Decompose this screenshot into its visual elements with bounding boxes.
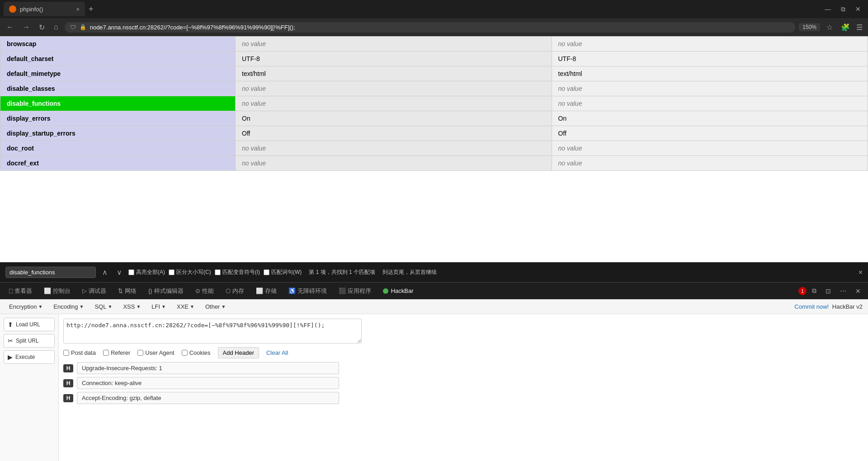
cookies-option[interactable]: Cookies — [182, 349, 211, 356]
devtools-tab-style[interactable]: {} 样式编辑器 — [143, 285, 189, 297]
header-badge: H — [63, 394, 73, 402]
devtools-tab-accessibility[interactable]: ♿ 无障碍环境 — [283, 285, 332, 297]
inspector-label: 查看器 — [14, 287, 32, 295]
devtools-tab-apps[interactable]: ⬛ 应用程序 — [333, 285, 377, 297]
match-case-checkbox[interactable] — [169, 269, 175, 275]
phpinfo-local-value: no value — [236, 81, 552, 96]
tab-close-btn[interactable]: × — [76, 6, 80, 13]
nav-back-button[interactable]: ← — [4, 21, 16, 33]
hackbar-tab[interactable]: HackBar — [377, 286, 419, 296]
devtools-dock-btn[interactable]: ⊡ — [822, 286, 835, 296]
other-label: Other — [205, 303, 220, 310]
devtools-tab-memory[interactable]: ⬡ 内存 — [220, 285, 250, 297]
xss-menu[interactable]: XSS ▼ — [119, 301, 144, 312]
devtools-more-btn[interactable]: ⋯ — [836, 286, 850, 296]
highlight-all-checkbox[interactable] — [128, 269, 134, 275]
debugger-label: 调试器 — [89, 287, 106, 295]
lfi-menu[interactable]: LFI ▼ — [148, 301, 170, 312]
find-next-button[interactable]: ∨ — [114, 267, 125, 278]
error-count-badge: 1 — [798, 287, 807, 295]
phpinfo-key: disable_functions — [0, 96, 236, 111]
memory-label: 内存 — [232, 287, 244, 295]
split-url-button[interactable]: ✂ Split URL — [4, 334, 55, 348]
address-input[interactable] — [90, 24, 790, 31]
match-diacritics-label: 匹配变音符号(I) — [222, 268, 260, 276]
phpinfo-master-value: On — [552, 111, 868, 126]
browser-restore[interactable]: ⧉ — [837, 4, 849, 15]
bookmark-button[interactable]: ☆ — [824, 21, 835, 33]
user-agent-option[interactable]: User Agent — [137, 349, 174, 356]
match-case-option[interactable]: 区分大小写(C) — [169, 268, 211, 276]
devtools-columns-btn[interactable]: ⧉ — [808, 285, 820, 296]
post-data-option[interactable]: Post data — [63, 349, 96, 356]
find-prev-button[interactable]: ∧ — [99, 267, 110, 278]
devtools-tab-performance[interactable]: ⊙ 性能 — [190, 285, 219, 297]
highlight-all-option[interactable]: 高亮全部(A) — [128, 268, 165, 276]
phpinfo-table: browscapno valueno valuedefault_charsetU… — [0, 36, 868, 171]
encoding-label: Encoding — [53, 303, 78, 310]
xxe-menu[interactable]: XXE ▼ — [173, 301, 198, 312]
encoding-menu[interactable]: Encoding ▼ — [50, 301, 87, 312]
nav-home-button[interactable]: ⌂ — [51, 21, 61, 33]
header-badge: H — [63, 379, 73, 387]
find-reach-end: 到达页尾，从页首继续 — [382, 268, 437, 276]
devtools-right-controls: 1 ⧉ ⊡ ⋯ ✕ — [798, 285, 864, 296]
devtools-tab-console[interactable]: ⬜ 控制台 — [38, 285, 76, 297]
extension-button[interactable]: 🧩 — [839, 21, 852, 33]
apps-label: 应用程序 — [348, 287, 371, 295]
console-label: 控制台 — [53, 287, 71, 295]
xxe-arrow: ▼ — [190, 304, 194, 309]
new-tab-button[interactable]: + — [89, 5, 94, 14]
devtools-tab-network[interactable]: ⇅ 网络 — [113, 285, 142, 297]
match-diacritics-option[interactable]: 匹配变音符号(I) — [215, 268, 260, 276]
sql-menu[interactable]: SQL ▼ — [91, 301, 116, 312]
execute-button[interactable]: ▶ Execute — [4, 350, 55, 364]
header-item: HConnection: keep-alive — [63, 377, 863, 389]
match-word-checkbox[interactable] — [264, 269, 269, 275]
accessibility-label: 无障碍环境 — [297, 287, 327, 295]
cookies-checkbox[interactable] — [182, 350, 188, 356]
devtools-tab-inspector[interactable]: ⎕ 查看器 — [4, 285, 38, 297]
phpinfo-master-value: no value — [552, 156, 868, 171]
inspector-icon: ⎕ — [9, 287, 13, 294]
phpinfo-key: display_errors — [0, 111, 236, 126]
phpinfo-key: disable_classes — [0, 81, 236, 96]
nav-forward-button[interactable]: → — [20, 21, 33, 33]
referer-checkbox[interactable] — [103, 350, 109, 356]
browser-close[interactable]: ✕ — [852, 4, 864, 14]
phpinfo-master-value: no value — [552, 81, 868, 96]
post-data-checkbox[interactable] — [63, 350, 69, 356]
lock-icon: 🔒 — [80, 24, 86, 30]
match-word-option[interactable]: 匹配词句(W) — [264, 268, 302, 276]
commit-now-button[interactable]: Commit now! HackBar v2 — [794, 303, 863, 310]
menu-button[interactable]: ☰ — [854, 21, 864, 33]
match-diacritics-checkbox[interactable] — [215, 269, 221, 275]
find-close-button[interactable]: × — [859, 268, 863, 277]
user-agent-checkbox[interactable] — [137, 350, 143, 356]
phpinfo-master-value: UTF-8 — [552, 52, 868, 66]
clear-all-button[interactable]: Clear All — [266, 349, 288, 356]
referer-option[interactable]: Referer — [103, 349, 130, 356]
browser-tab[interactable]: phpinfo() × — [4, 2, 85, 16]
network-icon: ⇅ — [118, 287, 123, 294]
nav-reload-button[interactable]: ↻ — [36, 21, 47, 33]
find-input[interactable] — [5, 267, 96, 278]
style-label: 样式编辑器 — [154, 287, 184, 295]
window-controls: — ⧉ ✕ — [821, 4, 864, 15]
storage-icon: ⬜ — [256, 287, 263, 294]
devtools-close-btn[interactable]: ✕ — [852, 286, 864, 296]
performance-label: 性能 — [202, 287, 214, 295]
devtools-tab-storage[interactable]: ⬜ 存储 — [250, 285, 282, 297]
split-url-icon: ✂ — [8, 337, 13, 344]
url-input[interactable] — [63, 319, 362, 343]
memory-icon: ⬡ — [226, 287, 231, 294]
add-header-button[interactable]: Add Header — [218, 347, 259, 358]
load-url-button[interactable]: ⬆ Load URL — [4, 318, 55, 331]
encryption-menu[interactable]: Encryption ▼ — [5, 301, 46, 312]
other-menu[interactable]: Other ▼ — [202, 301, 229, 312]
find-status: 第 1 项，共找到 1 个匹配项 — [309, 268, 375, 276]
browser-minimize[interactable]: — — [821, 4, 835, 14]
xss-arrow: ▼ — [136, 304, 141, 309]
devtools-tab-debugger[interactable]: ▷ 调试器 — [77, 285, 112, 297]
phpinfo-key: doc_root — [0, 141, 236, 156]
